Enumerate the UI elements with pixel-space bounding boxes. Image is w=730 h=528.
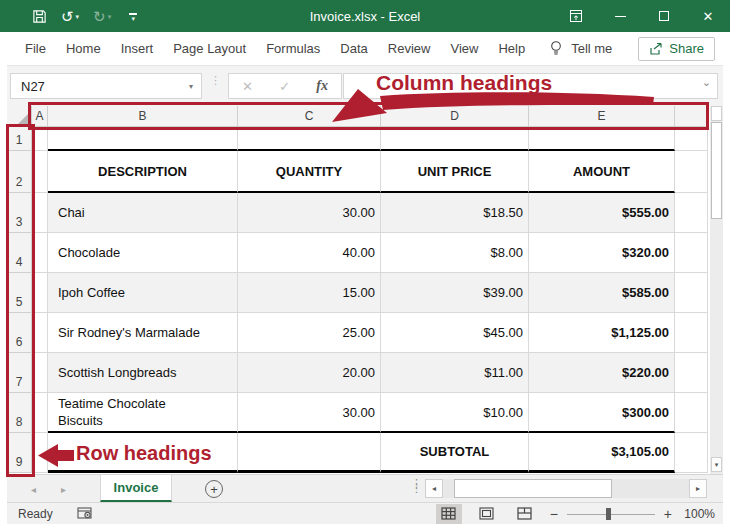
row-headings-annotation: Row headings (76, 442, 212, 465)
zoom-level[interactable]: 100% (681, 507, 715, 521)
cell-E7[interactable]: $220.00 (529, 353, 675, 393)
cell-C4[interactable]: 40.00 (238, 233, 381, 273)
ribbon-tab-formulas[interactable]: Formulas (256, 32, 330, 66)
insert-function-button[interactable]: fx (316, 78, 328, 94)
cell-D7[interactable]: $11.00 (381, 353, 529, 393)
cell-E5[interactable]: $585.00 (529, 273, 675, 313)
cell-C8[interactable]: 30.00 (238, 393, 381, 433)
zoom-slider-thumb[interactable] (606, 508, 611, 520)
cell-F8[interactable] (675, 393, 708, 433)
close-button[interactable]: ✕ (686, 0, 730, 32)
enter-icon[interactable]: ✓ (279, 79, 290, 94)
cell-D4[interactable]: $8.00 (381, 233, 529, 273)
vertical-scrollbar[interactable]: ▾ (710, 106, 723, 474)
cell-B8[interactable]: Teatime Chocolate Biscuits (48, 393, 238, 433)
cell-B1[interactable] (48, 127, 238, 151)
cell-D2[interactable]: UNIT PRICE (381, 151, 529, 193)
cell-F1[interactable] (675, 127, 708, 151)
ribbon-tab-insert[interactable]: Insert (111, 32, 164, 66)
minimize-button[interactable] (598, 0, 642, 32)
cell-C3[interactable]: 30.00 (238, 193, 381, 233)
cell-F3[interactable] (675, 193, 708, 233)
cell-E8[interactable]: $300.00 (529, 393, 675, 433)
cell-E4[interactable]: $320.00 (529, 233, 675, 273)
cell-D8[interactable]: $10.00 (381, 393, 529, 433)
sheet-tab-invoice[interactable]: Invoice (100, 475, 172, 502)
vertical-scrollbar-thumb[interactable] (711, 122, 722, 219)
normal-view-button[interactable] (436, 504, 462, 524)
cell-B7[interactable]: Scottish Longbreads (48, 353, 238, 393)
sheet-tab-bar: ◂ ▸ Invoice + ⋮⋮⋮⋮ ◂ ▸ (7, 474, 723, 502)
cell-F6[interactable] (675, 313, 708, 353)
cell-C7[interactable]: 20.00 (238, 353, 381, 393)
cell-D6[interactable]: $45.00 (381, 313, 529, 353)
page-layout-view-button[interactable] (474, 504, 500, 524)
window-controls: ✕ (554, 0, 730, 32)
maximize-button[interactable] (642, 0, 686, 32)
previous-sheet-icon: ◂ (31, 484, 36, 495)
scroll-left-button[interactable]: ◂ (425, 479, 443, 498)
undo-dropdown-icon: ▾ (76, 13, 80, 20)
zoom-in-button[interactable]: + (664, 507, 672, 521)
cell-F5[interactable] (675, 273, 708, 313)
cell-B2[interactable]: DESCRIPTION (48, 151, 238, 193)
cell-B5[interactable]: Ipoh Coffee (48, 273, 238, 313)
cell-D9[interactable]: SUBTOTAL (381, 433, 529, 473)
cancel-icon[interactable]: ✕ (242, 79, 253, 94)
formula-bar-expand-icon[interactable]: ⌄ (702, 76, 711, 89)
zoom-out-button[interactable]: − (550, 507, 558, 521)
cell-D3[interactable]: $18.50 (381, 193, 529, 233)
cell-B3[interactable]: Chai (48, 193, 238, 233)
cell-C1[interactable] (238, 127, 381, 151)
ribbon-tab-page-layout[interactable]: Page Layout (163, 32, 256, 66)
normal-view-icon (441, 507, 456, 520)
previous-sheet-button[interactable]: ◂ (31, 475, 36, 503)
cell-E9[interactable]: $3,105.00 (529, 433, 675, 473)
name-box[interactable]: N27 ▾ (10, 73, 202, 99)
cell-B6[interactable]: Sir Rodney's Marmalade (48, 313, 238, 353)
redo-dropdown-icon: ▾ (108, 13, 112, 20)
quick-access-toolbar: ↺ ▾ ↻ ▾ ▾ (32, 9, 137, 24)
ribbon-tab-data[interactable]: Data (330, 32, 377, 66)
formula-splitter-dots[interactable]: ⋮ (210, 77, 221, 83)
cell-B4[interactable]: Chocolade (48, 233, 238, 273)
cell-D1[interactable] (381, 127, 529, 151)
cell-C2[interactable]: QUANTITY (238, 151, 381, 193)
cell-C6[interactable]: 25.00 (238, 313, 381, 353)
save-button[interactable] (32, 9, 47, 24)
next-sheet-button[interactable]: ▸ (61, 475, 66, 503)
zoom-slider[interactable] (567, 507, 655, 521)
new-sheet-button[interactable]: + (205, 480, 223, 498)
ribbon-display-options-button[interactable] (554, 0, 598, 32)
cell-C5[interactable]: 15.00 (238, 273, 381, 313)
ribbon-tab-file[interactable]: File (15, 32, 56, 66)
redo-button[interactable]: ↻ ▾ (93, 9, 111, 24)
scroll-down-icon: ▾ (715, 461, 719, 469)
undo-button[interactable]: ↺ ▾ (61, 9, 79, 24)
vertical-scrollbar-top-button[interactable] (711, 106, 722, 121)
cell-E3[interactable]: $555.00 (529, 193, 675, 233)
cell-F7[interactable] (675, 353, 708, 393)
ribbon-tab-home[interactable]: Home (56, 32, 111, 66)
page-break-preview-button[interactable] (512, 504, 538, 524)
scroll-right-button[interactable]: ▸ (689, 479, 707, 498)
cell-E1[interactable] (529, 127, 675, 151)
redo-icon: ↻ (93, 9, 106, 24)
cell-E6[interactable]: $1,125.00 (529, 313, 675, 353)
share-button[interactable]: Share (638, 37, 715, 61)
cell-F9[interactable] (675, 433, 708, 473)
tell-me-control[interactable]: Tell me (549, 40, 612, 57)
macro-record-button[interactable] (77, 507, 93, 520)
ribbon-tab-view[interactable]: View (440, 32, 488, 66)
cell-C9[interactable] (238, 433, 381, 473)
formula-row: N27 ▾ ⋮ ✕ ✓ fx ⌄ (7, 66, 723, 106)
scroll-down-button[interactable]: ▾ (711, 457, 722, 472)
cell-F2[interactable] (675, 151, 708, 193)
ribbon-tab-review[interactable]: Review (378, 32, 441, 66)
cell-D5[interactable]: $39.00 (381, 273, 529, 313)
horizontal-scrollbar-thumb[interactable] (454, 479, 612, 498)
cell-F4[interactable] (675, 233, 708, 273)
cell-E2[interactable]: AMOUNT (529, 151, 675, 193)
ribbon-tab-help[interactable]: Help (488, 32, 535, 66)
customize-quick-access-button[interactable]: ▾ (129, 13, 137, 20)
